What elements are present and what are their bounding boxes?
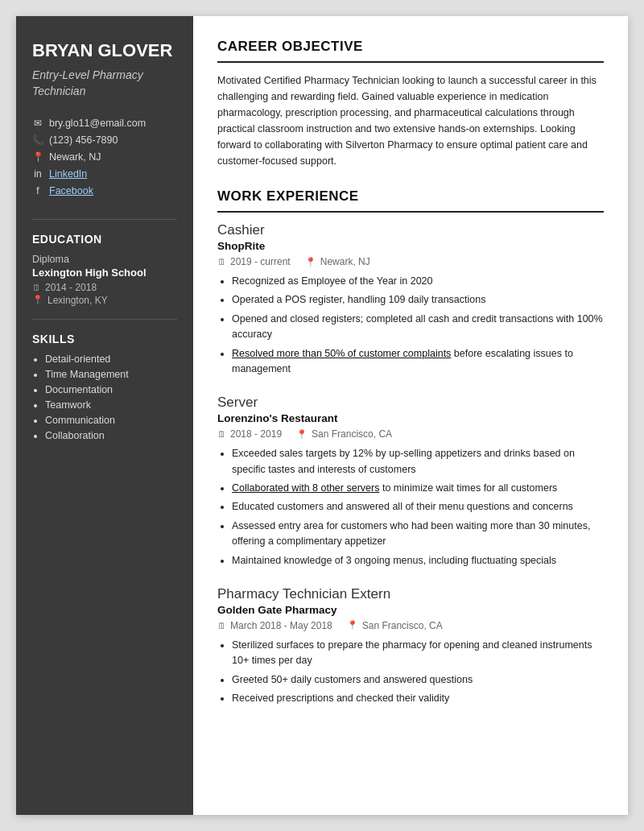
email-icon: ✉ bbox=[32, 118, 43, 129]
location-item: 📍 Newark, NJ bbox=[32, 151, 177, 163]
facebook-item[interactable]: f Facebook bbox=[32, 185, 177, 196]
email-item: ✉ bry.glo11@email.com bbox=[32, 118, 177, 129]
facebook-icon: f bbox=[32, 185, 43, 196]
job-location: San Francisco, CA bbox=[312, 428, 392, 440]
bullet-item: Greeted 50+ daily customers and answered… bbox=[232, 672, 604, 688]
edu-location-text: Lexington, KY bbox=[47, 295, 108, 306]
job-meta: 🗓2018 - 2019📍San Francisco, CA bbox=[217, 428, 604, 440]
calendar-icon: 🗓 bbox=[217, 257, 226, 267]
skill-item: Time Management bbox=[45, 369, 177, 380]
linkedin-icon: in bbox=[32, 168, 43, 180]
facebook-link[interactable]: Facebook bbox=[49, 185, 93, 196]
edu-years: 🗓 2014 - 2018 bbox=[32, 282, 177, 293]
job-years: March 2018 - May 2018 bbox=[230, 620, 332, 631]
phone-icon: 📞 bbox=[32, 134, 43, 146]
calendar-icon: 🗓 bbox=[217, 429, 226, 439]
job-location: Newark, NJ bbox=[320, 256, 370, 267]
job-company: Lorenzino's Restaurant bbox=[217, 412, 604, 424]
career-objective-text: Motivated Certified Pharmacy Technician … bbox=[217, 72, 604, 169]
job-title: Cashier bbox=[217, 222, 604, 238]
job-meta: 🗓March 2018 - May 2018📍San Francisco, CA bbox=[217, 620, 604, 631]
job-bullets: Recognized as Employee of the Year in 20… bbox=[217, 274, 604, 377]
bullet-item: Resolved more than 50% of customer compl… bbox=[232, 346, 604, 378]
job-location: San Francisco, CA bbox=[362, 620, 443, 631]
bullet-item: Operated a POS register, handling 109 da… bbox=[232, 292, 604, 308]
skill-item: Documentation bbox=[45, 384, 177, 395]
career-objective-heading: CAREER OBJECTIVE bbox=[217, 39, 604, 55]
location-icon: 📍 bbox=[347, 620, 358, 630]
location-icon: 📍 bbox=[305, 257, 316, 267]
sidebar: BRYAN GLOVER Entry-Level Pharmacy Techni… bbox=[16, 16, 193, 815]
bullet-item: Exceeded sales targets by 12% by up-sell… bbox=[232, 446, 604, 478]
work-entry: ServerLorenzino's Restaurant🗓2018 - 2019… bbox=[217, 395, 604, 568]
contact-section: ✉ bry.glo11@email.com 📞 (123) 456-7890 📍… bbox=[32, 118, 177, 196]
bullet-item: Educated customers and answered all of t… bbox=[232, 499, 604, 515]
linkedin-item[interactable]: in LinkedIn bbox=[32, 168, 177, 180]
main-content: CAREER OBJECTIVE Motivated Certified Pha… bbox=[193, 16, 628, 815]
edu-location-icon: 📍 bbox=[32, 295, 43, 305]
bullet-item: Recognized as Employee of the Year in 20… bbox=[232, 274, 604, 289]
email-value: bry.glo11@email.com bbox=[49, 118, 146, 129]
edu-school: Lexington High School bbox=[32, 267, 177, 279]
calendar-icon: 🗓 bbox=[217, 621, 226, 630]
job-location-item: 📍Newark, NJ bbox=[305, 256, 370, 267]
job-bullets: Exceeded sales targets by 12% by up-sell… bbox=[217, 446, 604, 568]
edu-location: 📍 Lexington, KY bbox=[32, 295, 177, 306]
education-entry: Diploma Lexington High School 🗓 2014 - 2… bbox=[32, 254, 177, 306]
underline-text: Collaborated with 8 other servers bbox=[232, 482, 379, 494]
work-experience-section: WORK EXPERIENCE CashierShopRite🗓2019 - c… bbox=[217, 188, 604, 706]
job-title: Server bbox=[217, 395, 604, 411]
skills-list: Detail-orientedTime ManagementDocumentat… bbox=[32, 353, 177, 441]
candidate-title: Entry-Level Pharmacy Technician bbox=[32, 68, 177, 99]
candidate-name: BRYAN GLOVER bbox=[32, 40, 177, 61]
edu-years-text: 2014 - 2018 bbox=[45, 282, 97, 293]
skill-item: Collaboration bbox=[45, 430, 177, 441]
job-bullets: Sterilized surfaces to prepare the pharm… bbox=[217, 638, 604, 707]
skill-item: Detail-oriented bbox=[45, 353, 177, 365]
location-icon: 📍 bbox=[296, 429, 308, 440]
calendar-icon: 🗓 bbox=[32, 283, 41, 292]
job-location-item: 📍San Francisco, CA bbox=[347, 620, 443, 631]
edu-degree: Diploma bbox=[32, 254, 177, 265]
work-entry: Pharmacy Technician ExternGolden Gate Ph… bbox=[217, 586, 604, 707]
location-value: Newark, NJ bbox=[49, 151, 101, 163]
location-icon: 📍 bbox=[32, 151, 43, 163]
bullet-item: Maintained knowledge of 3 ongoing menus,… bbox=[232, 553, 604, 568]
career-objective-section: CAREER OBJECTIVE Motivated Certified Pha… bbox=[217, 39, 604, 169]
underline-text: Resolved more than 50% of customer compl… bbox=[232, 348, 451, 359]
work-experience-divider bbox=[217, 211, 604, 213]
jobs-container: CashierShopRite🗓2019 - current📍Newark, N… bbox=[217, 222, 604, 706]
phone-value: (123) 456-7890 bbox=[49, 134, 118, 146]
education-heading: EDUCATION bbox=[32, 233, 177, 246]
skill-item: Communication bbox=[45, 415, 177, 426]
job-title: Pharmacy Technician Extern bbox=[217, 586, 604, 602]
phone-item: 📞 (123) 456-7890 bbox=[32, 134, 177, 146]
bullet-item: Collaborated with 8 other servers to min… bbox=[232, 481, 604, 496]
bullet-item: Received prescriptions and checked their… bbox=[232, 691, 604, 706]
bullet-item: Sterilized surfaces to prepare the pharm… bbox=[232, 638, 604, 669]
job-location-item: 📍San Francisco, CA bbox=[296, 428, 392, 440]
bullet-item: Opened and closed registers; completed a… bbox=[232, 312, 604, 343]
sidebar-divider-2 bbox=[32, 319, 177, 320]
resume-container: BRYAN GLOVER Entry-Level Pharmacy Techni… bbox=[16, 16, 628, 815]
job-years: 2018 - 2019 bbox=[230, 428, 282, 440]
career-objective-divider bbox=[217, 61, 604, 63]
job-company: ShopRite bbox=[217, 240, 604, 252]
work-experience-heading: WORK EXPERIENCE bbox=[217, 188, 604, 205]
sidebar-divider-1 bbox=[32, 219, 177, 220]
job-years-item: 🗓March 2018 - May 2018 bbox=[217, 620, 332, 631]
work-entry: CashierShopRite🗓2019 - current📍Newark, N… bbox=[217, 222, 604, 377]
job-company: Golden Gate Pharmacy bbox=[217, 604, 604, 616]
linkedin-link[interactable]: LinkedIn bbox=[49, 168, 87, 180]
job-meta: 🗓2019 - current📍Newark, NJ bbox=[217, 256, 604, 267]
skills-heading: SKILLS bbox=[32, 333, 177, 345]
job-years-item: 🗓2019 - current bbox=[217, 256, 291, 267]
job-years-item: 🗓2018 - 2019 bbox=[217, 428, 282, 440]
job-years: 2019 - current bbox=[230, 256, 291, 267]
skill-item: Teamwork bbox=[45, 399, 177, 411]
bullet-item: Assessed entry area for customers who ha… bbox=[232, 519, 604, 550]
